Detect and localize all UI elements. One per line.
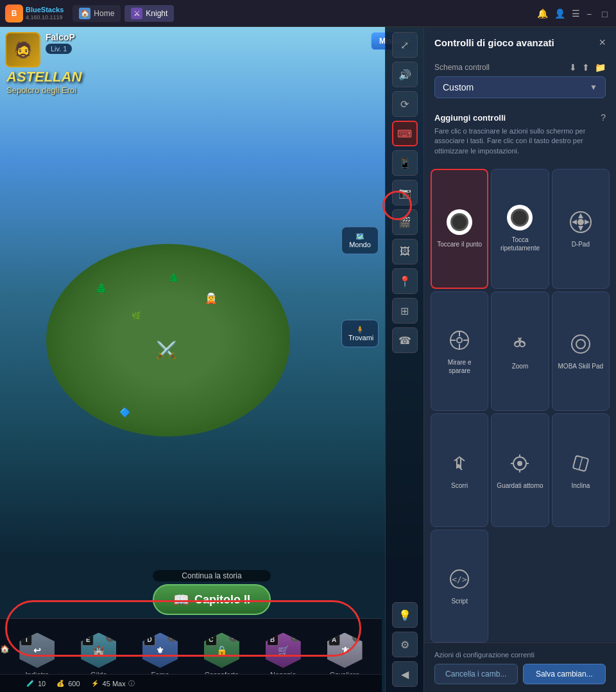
action-negozio[interactable]: B × 🛒 Negozio [266,633,301,679]
rotate-icon[interactable]: ⟳ [392,91,418,117]
control-dpad[interactable]: D-Pad [552,169,610,288]
svg-point-5 [578,219,584,225]
schema-folder-icon[interactable]: 📁 [595,62,606,73]
layers-icon[interactable]: ⊞ [392,298,418,324]
bulb-icon[interactable]: 💡 [392,602,418,628]
control-mirare-sparare[interactable]: Mirare e sparare [431,291,488,411]
action-gilda[interactable]: E × 🏰 Gilda [81,633,116,679]
panel-close-button[interactable]: × [599,36,606,49]
minimize-button[interactable]: − [586,9,595,18]
close-badge-c: × [229,633,238,642]
aggiungi-section: Aggiungi controlli ? Fare clic o trascin… [424,106,616,169]
key-badge-b: B [267,634,278,646]
hex-icon-e: 🏰 [93,645,104,655]
svg-marker-3 [572,220,577,225]
hex-btn-b[interactable]: B × 🛒 [266,633,301,668]
svg-point-14 [572,335,590,353]
energy-value: 45 Max [103,680,126,688]
help-icon[interactable]: ? [601,112,606,123]
svg-line-24 [579,457,582,469]
close-badge-e: × [106,633,115,642]
bell-icon[interactable]: 🔔 [537,8,548,19]
mondo-icon: 🗺️ [348,232,372,241]
phone-icon[interactable]: ☎ [392,327,418,353]
resource-gold: 💰 600 [55,679,80,689]
story-area: Continua la storia 📖 Capitolo II [153,570,271,615]
zoom-icon [507,331,533,357]
aggiungi-title: Aggiungi controlli [434,113,506,123]
control-guardati-attorno[interactable]: Guardati attorno [491,413,549,526]
trovami-button[interactable]: 🧍 Trovami [341,320,379,347]
logo-text-block: BlueStacks 4.160.10.1119 [26,6,64,21]
hex-btn-c[interactable]: C × 🔒 [204,633,239,668]
control-zoom[interactable]: Zoom [491,291,549,411]
hex-btn-a[interactable]: A × 🗡 [327,633,363,668]
guardati-attorno-label: Guardati attorno [497,481,543,490]
control-moba[interactable]: MOBA Skill Pad [552,291,610,411]
action-cassaforte[interactable]: C × 🔒 Cassaforte [204,633,239,679]
control-toccare-punto[interactable]: Toccare il punto [431,169,488,288]
keyboard-button[interactable]: ⌨ [392,121,418,146]
profile-icon[interactable]: 👤 [554,8,565,19]
book-icon: 📖 [173,592,189,607]
hex-btn-e[interactable]: E × 🏰 [81,633,116,668]
svg-point-15 [576,340,585,349]
hex-btn-i[interactable]: I ↩ [19,633,55,668]
battle-icon: ⚔️ [156,340,176,360]
map-area: 🌲 🌲 🌿 🧝 ⚔️ 🔷 [0,78,385,564]
image-icon[interactable]: 🖼 [392,239,418,264]
video-icon[interactable]: 🎬 [392,209,418,235]
right-panel: Controlli di gioco avanzati × Schema con… [424,27,616,692]
tocca-ripetutamente-icon [507,205,533,230]
action-cavaliere[interactable]: A × 🗡 Cavaliere [327,633,363,679]
volume-icon[interactable]: 🔊 [392,62,418,87]
schema-upload-icon[interactable]: ⬆ [582,62,590,73]
location-icon[interactable]: 📍 [392,268,418,294]
moba-icon [568,331,594,357]
control-script[interactable]: </> Script [431,530,488,643]
bluestacks-logo: B BlueStacks 4.160.10.1119 [5,4,64,22]
action-indietro[interactable]: I ↩ Indietro [19,633,55,679]
mondo-button[interactable]: 🗺️ Mondo [341,227,379,254]
chapter-label: Capitolo II [194,593,250,607]
key-badge-c: C [205,634,217,646]
hex-icon-c: 🔒 [216,645,227,655]
chapter-button[interactable]: 📖 Capitolo II [153,584,271,615]
expand-icon[interactable]: ⤢ [392,32,418,58]
action-fama[interactable]: D × ⚜ Fama [142,633,178,679]
hex-icon-i: ↩ [33,645,41,655]
island: 🌲 🌲 🌿 🧝 ⚔️ 🔷 [46,244,290,437]
panel-header: Controlli di gioco avanzati × [424,27,616,58]
bottom-panel-buttons: Cancella i camb... Salva cambian... [434,664,606,684]
mirare-sparare-label: Mirare e sparare [436,358,483,375]
mobile-icon[interactable]: 📱 [392,150,418,176]
control-tocca-ripetutamente[interactable]: Tocca ripetutamente [491,169,549,288]
settings-icon[interactable]: ⚙ [392,632,418,657]
save-button[interactable]: Salva cambian... [523,664,606,684]
schema-value: Custom [443,82,474,92]
tree-icon-1: 🌲 [95,282,108,295]
back-icon[interactable]: ◀ [392,661,418,687]
cancel-button[interactable]: Cancella i camb... [434,664,518,684]
maximize-button[interactable]: □ [602,9,611,18]
svg-point-11 [457,338,462,343]
flask-icon: 🧪 [25,679,35,689]
schema-dropdown[interactable]: Custom ▼ [434,76,606,98]
menu-icon[interactable]: ☰ [572,8,580,19]
bottom-panel: Azioni di configurazione correnti Cancel… [424,643,616,692]
schema-save-icon[interactable]: ⬇ [569,62,577,73]
tab-game[interactable]: ⚔ Knight [124,5,174,22]
resource-bar: 🏠 🧪 10 💰 600 ⚡ 45 Max ⓘ [0,674,382,692]
home-tab-label: Home [94,9,114,18]
content-area: 🧔 FalcoP Liv. 1 Missioni ASTELLAN Sepolc… [0,27,616,692]
tab-home[interactable]: 🏠 Home [73,5,121,22]
energy-icon: ⚡ [90,679,100,689]
resource-flasks: 🧪 10 [25,679,46,689]
top-bar-controls: 🔔 👤 ☰ − □ [537,8,611,19]
player-info: FalcoP Liv. 1 [46,32,366,54]
hex-btn-d[interactable]: D × ⚜ [142,633,178,668]
control-scorri[interactable]: Scorri [431,413,488,526]
screenshot-icon[interactable]: 📷 [392,180,418,205]
control-inclina[interactable]: Inclina [552,413,610,526]
home-icon[interactable]: 🏠 [0,644,10,653]
